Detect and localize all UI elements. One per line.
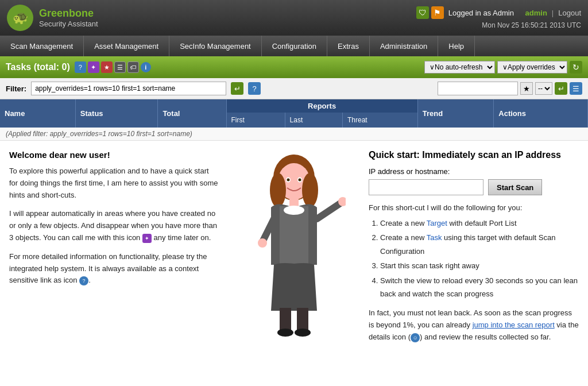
refresh-controls: ∨No auto-refresh ∨Apply overrides ↻: [424, 61, 582, 74]
tag-icon[interactable]: 🏷: [127, 61, 139, 73]
logout-link[interactable]: Logout: [558, 9, 581, 17]
nav-scan-management[interactable]: Scan Management: [0, 36, 84, 56]
task-link[interactable]: Task: [427, 233, 442, 242]
help-icon[interactable]: ?: [75, 61, 86, 73]
filter-help-btn[interactable]: ?: [248, 82, 261, 95]
svg-point-16: [295, 329, 311, 337]
header-icons: 🛡 ⚑: [416, 6, 444, 19]
alert-icon: ⚑: [431, 6, 444, 19]
step-3: Start this scan task right away: [380, 259, 579, 272]
scan-input-row: Start Scan: [369, 179, 579, 195]
nav-configuration[interactable]: Configuration: [262, 36, 327, 56]
mascot-area: [237, 150, 351, 345]
svg-rect-14: [297, 308, 308, 331]
tasks-icons: ? ✦ ★ ☰ 🏷 i: [75, 61, 151, 73]
svg-point-6: [287, 179, 290, 182]
nav-bar: Scan Management Asset Management SecInfo…: [0, 36, 588, 56]
shortcut-desc: For this short-cut I will do the followi…: [369, 203, 579, 212]
welcome-section: Welcome dear new user! To explore this p…: [9, 150, 219, 345]
step-4: Switch the view to reload every 30 secon…: [380, 274, 579, 301]
details-inline-icon[interactable]: ☺: [411, 333, 420, 342]
help-inline-icon[interactable]: ?: [79, 276, 88, 285]
step-2: Create a new Task using this target with…: [380, 231, 579, 258]
top-header: 🐢 Greenbone Security Assistant 🛡 ⚑ Logge…: [0, 0, 588, 36]
steps-list: Create a new Target with default Port Li…: [369, 217, 579, 300]
quickstart-title: Quick start: Immediately scan an IP addr…: [369, 150, 579, 160]
shield-icon: 🛡: [416, 6, 429, 19]
logo-sub: Security Assistant: [39, 20, 98, 28]
filter-right: ★ -- ↵ ☰: [438, 82, 582, 95]
refresh-button[interactable]: ↻: [570, 61, 582, 74]
wizard-icon[interactable]: ✦: [88, 61, 99, 73]
svg-rect-9: [280, 206, 308, 267]
col-actions: Actions: [494, 99, 588, 128]
welcome-para3: For more detailed information on functio…: [9, 251, 219, 287]
logo-name: Greenbone: [39, 7, 98, 20]
logo-area: 🐢 Greenbone Security Assistant: [7, 5, 98, 31]
nav-administration[interactable]: Administration: [370, 36, 438, 56]
nav-asset-management[interactable]: Asset Management: [84, 36, 169, 56]
header-right: 🛡 ⚑ Logged in as Admin admin | Logout Mo…: [416, 6, 581, 29]
user-row: 🛡 ⚑ Logged in as Admin admin | Logout: [416, 6, 581, 19]
svg-point-2: [270, 173, 286, 207]
ip-address-input[interactable]: [369, 179, 483, 195]
star-icon[interactable]: ★: [520, 82, 533, 95]
filter-input[interactable]: [31, 82, 226, 95]
filter-apply-btn[interactable]: ↵: [231, 82, 243, 95]
datetime-label: Mon Nov 25 16:50:21 2013 UTC: [416, 21, 581, 29]
target-link[interactable]: Target: [427, 219, 447, 227]
svg-point-10: [284, 206, 304, 215]
nav-secinfo-management[interactable]: SecInfo Management: [169, 36, 262, 56]
auto-refresh-select[interactable]: ∨No auto-refresh: [424, 61, 495, 74]
col-threat: Threat: [342, 113, 417, 128]
step-1: Create a new Target with default Port Li…: [380, 217, 579, 230]
welcome-title: Welcome dear new user!: [9, 150, 219, 160]
col-first: First: [226, 113, 285, 128]
svg-point-15: [277, 329, 293, 337]
tasks-title: Tasks (total: 0): [6, 62, 70, 72]
start-scan-button[interactable]: Start Scan: [488, 179, 542, 195]
filter-label: Filter:: [6, 84, 26, 93]
col-trend: Trend: [417, 99, 494, 128]
tasks-header: Tasks (total: 0) ? ✦ ★ ☰ 🏷 i ∨No auto-re…: [0, 56, 588, 78]
svg-point-12: [258, 238, 267, 248]
new-task-icon[interactable]: ★: [101, 61, 113, 73]
welcome-para2: I will appear automatically in areas whe…: [9, 208, 219, 244]
columns-btn[interactable]: ☰: [570, 82, 582, 95]
col-total: Total: [158, 99, 226, 128]
svg-point-7: [299, 179, 301, 182]
applied-filter: (Applied filter: apply_overrides=1 rows=…: [0, 128, 588, 141]
wizard-inline-icon[interactable]: ✦: [142, 234, 152, 243]
search-apply-btn[interactable]: ↵: [555, 82, 567, 95]
svg-rect-13: [280, 308, 291, 331]
logged-in-label: Logged in as Admin: [448, 9, 514, 17]
report-link[interactable]: jump into the scan report: [473, 321, 555, 329]
nav-extras[interactable]: Extras: [327, 36, 370, 56]
list-icon[interactable]: ☰: [114, 61, 126, 73]
dash-select[interactable]: --: [535, 82, 552, 95]
tasks-table: Name Status Total Reports Trend Actions …: [0, 99, 588, 128]
bottom-note: In fact, you must not lean back. As soon…: [369, 307, 579, 343]
filter-bar: Filter: ↵ ? ★ -- ↵ ☰: [0, 78, 588, 99]
info-icon[interactable]: i: [141, 62, 151, 72]
quickstart-section: Quick start: Immediately scan an IP addr…: [369, 150, 579, 345]
ip-label: IP address or hostname:: [369, 167, 579, 176]
logo-icon: 🐢: [7, 5, 33, 31]
search-input[interactable]: [438, 82, 518, 95]
welcome-para1: To explore this powerful application and…: [9, 165, 219, 201]
nav-help[interactable]: Help: [438, 36, 475, 56]
username-link[interactable]: admin: [525, 9, 547, 17]
col-last: Last: [285, 113, 342, 128]
pipe-separator: |: [552, 9, 554, 17]
content-area: Welcome dear new user! To explore this p…: [0, 141, 588, 354]
logo-text: Greenbone Security Assistant: [39, 7, 98, 28]
svg-point-3: [302, 173, 318, 207]
col-status: Status: [75, 99, 158, 128]
mascot-svg: [242, 150, 346, 345]
col-reports-group: Reports: [226, 99, 417, 113]
col-name: Name: [0, 99, 75, 128]
overrides-select[interactable]: ∨Apply overrides: [497, 61, 567, 74]
